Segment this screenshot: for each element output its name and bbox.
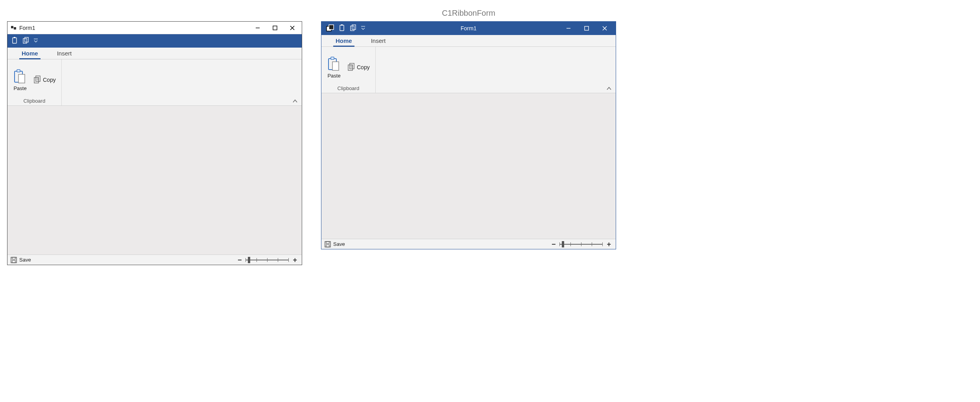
svg-rect-41 [325,242,330,247]
svg-rect-23 [329,25,334,30]
app-switch-icon[interactable] [326,24,335,32]
right-caption: C1RibbonForm [442,7,495,19]
save-label: Save [333,241,345,247]
collapse-ribbon-button[interactable] [606,86,612,91]
tab-insert[interactable]: Insert [52,48,77,59]
maximize-button[interactable] [581,23,592,34]
svg-rect-12 [17,70,20,72]
left-window: Form1 [7,21,302,265]
svg-rect-1 [14,27,16,30]
save-status-button[interactable]: Save [325,241,345,247]
tab-insert[interactable]: Insert [366,36,391,46]
status-bar: Save − + [321,239,616,249]
status-bar: Save − + [7,254,302,265]
svg-rect-30 [585,26,589,30]
qat-paste-icon[interactable] [339,24,346,32]
paste-icon [327,56,341,72]
tab-home[interactable]: Home [331,36,357,46]
save-label: Save [19,257,31,263]
zoom-slider[interactable] [245,260,289,260]
zoom-in-button[interactable]: + [291,256,299,264]
ribbon-tabs: Home Insert [7,48,302,59]
qat-paste-icon[interactable] [11,37,18,45]
close-button[interactable] [599,23,610,34]
svg-rect-0 [11,26,13,28]
client-area [7,106,302,254]
svg-rect-21 [12,260,15,263]
copy-label: Copy [43,77,56,83]
ribbon-titlebar[interactable]: Form1 [321,22,616,35]
paste-button[interactable]: Paste [325,56,343,79]
window-title: Form1 [19,25,35,31]
svg-rect-42 [326,242,329,243]
svg-rect-6 [13,38,17,43]
copy-icon [347,63,355,72]
close-button[interactable] [284,22,300,33]
ribbon-tabs: Home Insert [321,35,616,47]
minimize-button[interactable] [563,23,574,34]
qat-customize-dropdown[interactable] [33,38,38,44]
zoom-out-button[interactable]: − [236,256,244,264]
svg-rect-36 [348,65,353,70]
svg-rect-43 [326,245,329,247]
ribbon-body: Paste Copy Clipboard [7,59,302,106]
svg-rect-20 [12,257,15,259]
ribbon-body: Paste Copy Clipboard [321,47,616,93]
save-icon [11,257,17,263]
group-label-clipboard: Clipboard [325,85,371,92]
paste-label: Paste [13,85,26,91]
paste-button[interactable]: Paste [11,69,29,91]
right-window: Form1 Home Insert [321,21,616,249]
app-icon [11,25,17,31]
save-icon [325,241,331,247]
tab-home[interactable]: Home [17,48,43,59]
zoom-out-button[interactable]: − [550,241,557,248]
svg-rect-3 [273,26,277,30]
svg-rect-13 [18,74,25,83]
svg-rect-25 [341,24,343,26]
zoom-slider[interactable] [559,244,603,245]
paste-icon [13,69,27,85]
copy-button[interactable]: Copy [346,62,371,72]
zoom-in-button[interactable]: + [605,241,613,248]
svg-rect-24 [340,25,344,31]
qat-copy-icon[interactable] [350,24,357,32]
copy-icon [33,76,41,84]
svg-rect-34 [331,57,334,59]
collapse-ribbon-button[interactable] [292,98,298,104]
copy-button[interactable]: Copy [32,75,57,85]
qat-customize-dropdown[interactable] [361,26,365,31]
svg-rect-19 [11,257,17,263]
svg-rect-7 [14,37,15,38]
svg-rect-35 [332,62,339,70]
ribbon-group-clipboard: Paste Copy Clipboard [7,59,62,105]
native-titlebar[interactable]: Form1 [7,22,302,34]
copy-label: Copy [357,64,370,70]
qat-bar [7,34,302,48]
client-area [321,93,616,239]
minimize-button[interactable] [250,22,266,33]
qat-copy-icon[interactable] [22,37,30,45]
ribbon-group-clipboard: Paste Copy Clipboard [321,47,376,93]
group-label-clipboard: Clipboard [11,98,57,105]
paste-label: Paste [327,73,340,79]
maximize-button[interactable] [267,22,283,33]
svg-rect-14 [34,77,39,83]
save-status-button[interactable]: Save [11,257,31,263]
